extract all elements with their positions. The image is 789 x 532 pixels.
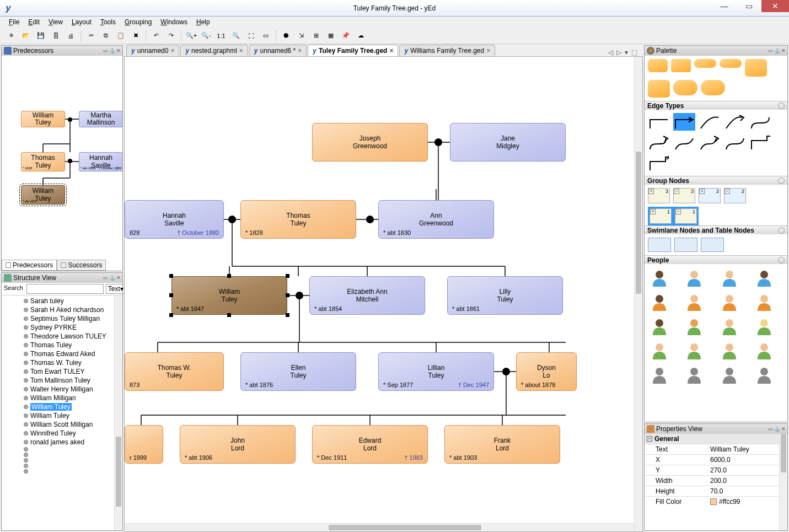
graph-node[interactable]: EdwardLord* Dec 1911† 1983 [312,425,428,464]
edge-type[interactable] [648,155,670,173]
rect-icon[interactable]: ▭ [259,29,272,42]
graph-node[interactable]: JosephGreenwood [312,123,428,162]
tree-item[interactable]: Septimus Tuley Milligan [2,314,122,323]
groupA-icon[interactable]: ⊞ [309,29,323,42]
tree-item[interactable] [2,452,122,458]
tree-item[interactable]: Theodore Lawson TULEY [2,332,122,341]
person-shape[interactable] [683,292,706,313]
save2-icon[interactable]: 🗄 [49,29,62,42]
edge-type[interactable] [749,134,771,152]
shape-pill-lg2[interactable] [701,80,725,95]
tree-item[interactable]: Sydney PYRKE [2,323,122,332]
edge-type[interactable] [724,113,746,131]
shape-pill[interactable] [694,59,716,68]
tree-item[interactable]: Thomas W. Tuley [2,358,122,367]
graph-node[interactable]: HannahSaville828† October 1880 [125,200,224,239]
menu-layout[interactable]: Layout [68,17,95,27]
palette-edges[interactable] [645,110,787,176]
save-icon[interactable]: 💾 [34,29,47,42]
edge-type[interactable] [673,134,695,152]
redo-icon[interactable]: ↷ [164,29,178,42]
tab-successors[interactable]: Successors [57,260,106,271]
palette-group-row1[interactable]: +3 −3 +2 −2 [645,185,787,207]
property-row[interactable]: TextWilliam Tuley [645,444,787,454]
pin-icon[interactable]: 📌 [339,29,352,42]
new-icon[interactable]: ✳ [4,29,18,42]
panel-pin-icon[interactable]: ▭ [103,275,108,281]
person-shape[interactable] [683,267,706,288]
scrollbar[interactable] [779,434,787,530]
group-node[interactable]: −1 [675,208,697,224]
close-button[interactable]: ✕ [761,0,789,12]
swimlane-header[interactable]: Swimlane Nodes and Table Nodes [647,227,754,234]
graph-node[interactable]: LillianTuley* Sep 1877† Dec 1947 [378,352,494,391]
zoomout-icon[interactable]: 🔍- [200,29,213,42]
person-shape[interactable] [718,364,741,385]
paste-icon[interactable]: 📋 [114,29,127,42]
panel-pin-icon[interactable]: ▭ [103,48,108,53]
edge-type[interactable] [724,134,746,152]
print-icon[interactable]: 🖨 [64,29,77,42]
cloud-icon[interactable]: ☁ [354,29,367,42]
edge-type[interactable] [648,113,670,131]
edge-types-header[interactable]: Edge Types [647,102,684,110]
group-nodes-header[interactable]: Group Nodes [647,177,689,185]
tree-item[interactable] [2,463,122,469]
property-row[interactable]: Y270.0 [645,465,787,475]
connector-dot[interactable] [502,368,510,375]
tab-nav[interactable]: ◁▷▾⬚ [605,49,641,56]
tree-item[interactable]: William Milligan [2,394,122,402]
property-row[interactable]: X6000.0 [645,454,787,465]
close-tab-icon[interactable]: × [170,47,174,55]
person-shape[interactable] [683,340,706,361]
zoomin-icon[interactable]: 🔍+ [185,29,198,42]
person-shape[interactable] [753,364,776,385]
panel-pin2-icon[interactable]: ⚓ [774,48,780,53]
canvas-scrollbar-v[interactable] [634,57,642,531]
palette-people[interactable] [645,264,787,389]
tree-item[interactable]: Sarah H Aked richardson [2,305,122,314]
graph-node[interactable]: JaneMidgley [450,123,566,162]
canvas-scrollbar-h[interactable] [125,523,634,531]
tree-item[interactable]: Winnifred Tuley [2,429,122,438]
panel-close-icon[interactable]: ✕ [781,426,786,432]
panel-pin-icon[interactable]: ▭ [767,426,773,432]
edge-type[interactable] [648,134,670,152]
resize-handle[interactable] [169,274,173,278]
resize-handle[interactable] [169,293,173,297]
document-tab[interactable]: yunnamed0× [126,45,179,56]
scrollbar[interactable] [114,295,122,530]
tree-item[interactable]: William Scott Milligan [2,420,122,429]
graph-node[interactable]: FrankLord* abt 1903 [444,425,560,464]
person-shape[interactable] [753,267,776,288]
zoom11-icon[interactable]: 1:1 [214,29,228,42]
tree-item[interactable]: Tom Mallinson Tuley [2,376,122,385]
close-tab-icon[interactable]: × [298,47,302,55]
graph-node[interactable]: JohnLord* abt 1906 [180,425,296,464]
tree-item[interactable]: William Tuley [2,411,122,420]
group-node[interactable]: +3 [648,188,670,203]
shape-roundrect-lg[interactable] [648,80,670,98]
predecessors-canvas[interactable]: WilliamTuleyMarthaMallinsonThomasTuley* … [2,56,122,260]
connector-dot[interactable] [228,216,236,223]
person-shape[interactable] [753,340,776,361]
connector-dot[interactable] [434,138,442,146]
tree-item[interactable] [2,447,122,452]
person-shape[interactable] [648,340,671,361]
close-tab-icon[interactable]: × [239,47,243,55]
undo-icon[interactable]: ↶ [149,29,163,42]
resize-handle[interactable] [227,274,231,278]
shape-pill2[interactable] [720,59,742,68]
tree-item[interactable]: Sarah tuley [2,297,122,305]
mini-node[interactable]: ThomasTuley* 1828 [21,152,65,171]
person-shape[interactable] [648,267,671,288]
shape-roundrect[interactable] [671,59,691,72]
tree-item[interactable] [2,458,122,463]
graph-node[interactable]: Elizabeth AnnMitchell* abt 1854 [309,276,425,315]
shape-pill-lg[interactable] [673,80,697,95]
graph-icon[interactable]: ⬢ [280,29,293,42]
swimlane-node[interactable] [648,238,671,252]
connector-dot[interactable] [366,216,374,223]
graph-node[interactable]: ThomasTuley* 1828 [240,200,356,239]
person-shape[interactable] [718,292,741,313]
